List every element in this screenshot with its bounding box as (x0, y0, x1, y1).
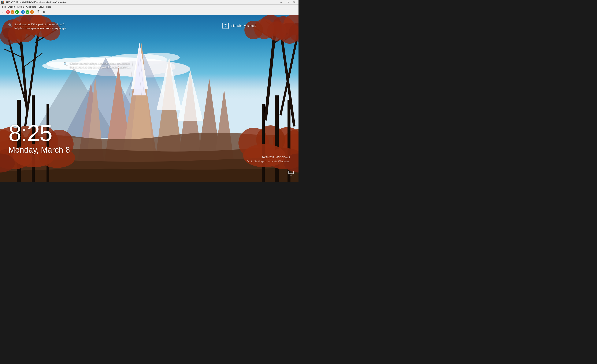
search-icon-top: 🔍 (8, 23, 12, 27)
window-title: RECAST-02 on HYPERVAMD - Virtual Machine… (6, 1, 67, 4)
title-bar: RECAST-02 on HYPERVAMD - Virtual Machine… (0, 0, 298, 5)
tb-play-btn[interactable]: ▶ (26, 10, 29, 14)
tb-orange-btn[interactable]: ● (11, 10, 14, 14)
svg-rect-3 (3, 2, 4, 3)
clock-time: 8:25 (8, 121, 70, 145)
svg-rect-2 (2, 2, 2, 3)
svg-point-5 (38, 11, 39, 12)
tb-next-btn[interactable]: ⏭ (30, 10, 34, 14)
menu-bar: File Action Media Clipboard View Help (0, 5, 298, 9)
menu-clipboard[interactable]: Clipboard (25, 5, 37, 8)
tb-red-btn[interactable]: ✕ (6, 10, 10, 14)
svg-marker-30 (178, 70, 203, 121)
back-button[interactable]: ← (1, 10, 6, 14)
search-icon-middle: 🔍 (63, 62, 68, 66)
activate-subtitle: Go to Settings to activate Windows. (247, 160, 290, 163)
clock-container: 8:25 Monday, March 8 (8, 121, 70, 155)
svg-rect-83 (275, 95, 279, 182)
clock-date: Monday, March 8 (8, 145, 70, 155)
svg-point-90 (225, 25, 226, 26)
app-icon (1, 1, 4, 4)
like-text: Like what you see? (231, 24, 256, 27)
send-button[interactable] (42, 10, 47, 14)
spotlight-middle-text: Glacier-carved valleys, massive lakes, a… (70, 62, 131, 69)
tb-green-btn[interactable]: ▶ (15, 10, 19, 14)
svg-rect-6 (38, 10, 39, 11)
window-controls: ─ □ ✕ (278, 0, 297, 5)
svg-point-70 (267, 21, 287, 41)
maximize-button[interactable]: □ (284, 0, 291, 5)
svg-rect-91 (225, 24, 226, 25)
toolbar-separator-1 (20, 10, 20, 14)
menu-media[interactable]: Media (16, 5, 25, 8)
menu-action[interactable]: Action (7, 5, 16, 8)
svg-rect-1 (3, 1, 4, 2)
minimize-button[interactable]: ─ (278, 0, 284, 5)
menu-help[interactable]: Help (45, 5, 52, 8)
menu-file[interactable]: File (1, 5, 7, 8)
svg-rect-85 (262, 104, 265, 182)
svg-rect-96 (292, 173, 293, 173)
camera-icon[interactable] (222, 23, 229, 29)
svg-rect-0 (2, 1, 2, 2)
menu-view[interactable]: View (37, 5, 45, 8)
activate-windows: Activate Windows Go to Settings to activ… (247, 155, 290, 163)
close-button[interactable]: ✕ (291, 0, 297, 5)
title-bar-left: RECAST-02 on HYPERVAMD - Virtual Machine… (1, 1, 67, 4)
like-container[interactable]: Like what you see? (222, 23, 256, 29)
svg-line-42 (22, 53, 42, 68)
monitor-icon[interactable] (288, 170, 294, 177)
spotlight-middle: 🔍 Glacier-carved valleys, massive lakes,… (63, 62, 131, 69)
spotlight-top: 🔍 It's almost as if this part of the wor… (8, 23, 67, 30)
vm-screen[interactable]: 🔍 It's almost as if this part of the wor… (0, 15, 298, 182)
svg-marker-7 (43, 11, 46, 14)
activate-title: Activate Windows (247, 155, 290, 159)
toolbar-separator-2 (35, 10, 35, 14)
tb-blue-btn[interactable]: ⏸ (21, 10, 25, 14)
screenshot-button[interactable] (36, 10, 41, 14)
spotlight-top-text: It's almost as if this part of the world… (14, 23, 67, 30)
svg-rect-4 (37, 11, 40, 13)
toolbar: ← ✕ ● ▶ ⏸ ▶ ⏭ (0, 9, 298, 15)
